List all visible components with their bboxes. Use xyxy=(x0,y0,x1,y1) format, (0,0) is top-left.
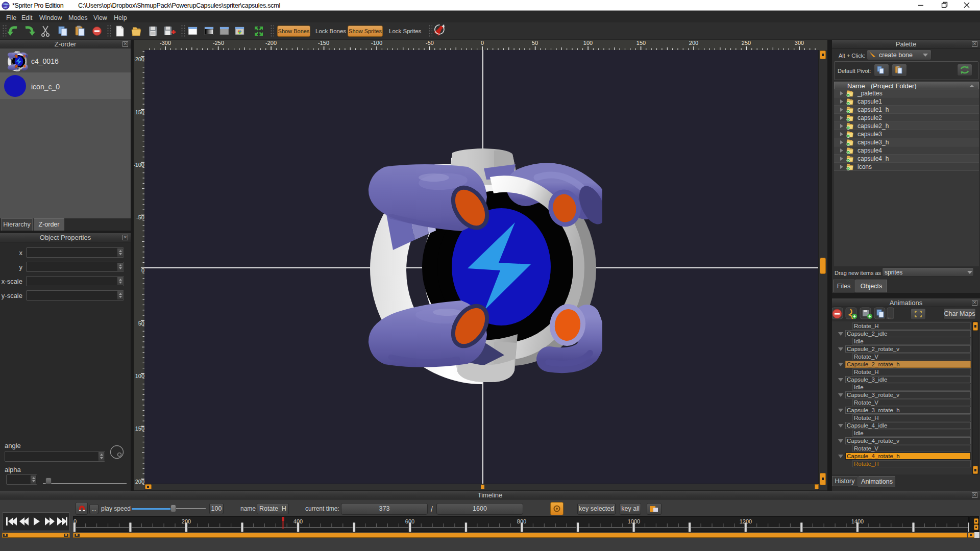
svg-text:0: 0 xyxy=(481,40,484,46)
svg-text:200: 200 xyxy=(135,479,144,485)
svg-text:800: 800 xyxy=(517,518,526,524)
svg-text:-150: -150 xyxy=(134,109,144,115)
svg-text:-50: -50 xyxy=(426,40,434,46)
svg-text:50: 50 xyxy=(532,40,538,46)
svg-text:400: 400 xyxy=(293,518,303,524)
svg-text:0: 0 xyxy=(141,267,144,273)
svg-text:200: 200 xyxy=(689,40,698,46)
svg-text:-50: -50 xyxy=(136,214,144,220)
svg-text:250: 250 xyxy=(742,40,751,46)
svg-text:-300: -300 xyxy=(160,40,171,46)
svg-text:50: 50 xyxy=(138,320,144,327)
svg-text:-150: -150 xyxy=(318,40,329,46)
svg-text:-200: -200 xyxy=(265,40,277,46)
svg-text:0: 0 xyxy=(74,518,77,524)
svg-text:-200: -200 xyxy=(134,56,144,62)
svg-text:150: 150 xyxy=(636,40,646,46)
svg-text:1200: 1200 xyxy=(740,518,752,524)
svg-text:-250: -250 xyxy=(213,40,224,46)
svg-text:100: 100 xyxy=(583,40,593,46)
svg-text:1000: 1000 xyxy=(628,518,640,524)
svg-text:-100: -100 xyxy=(371,40,382,46)
svg-text:200: 200 xyxy=(182,518,191,524)
svg-text:-100: -100 xyxy=(134,162,144,168)
svg-text:300: 300 xyxy=(795,40,804,46)
svg-text:150: 150 xyxy=(135,425,144,432)
svg-text:...: ... xyxy=(886,313,891,319)
svg-text:100: 100 xyxy=(135,373,144,379)
svg-text:1400: 1400 xyxy=(851,518,864,524)
svg-text:600: 600 xyxy=(405,518,414,524)
